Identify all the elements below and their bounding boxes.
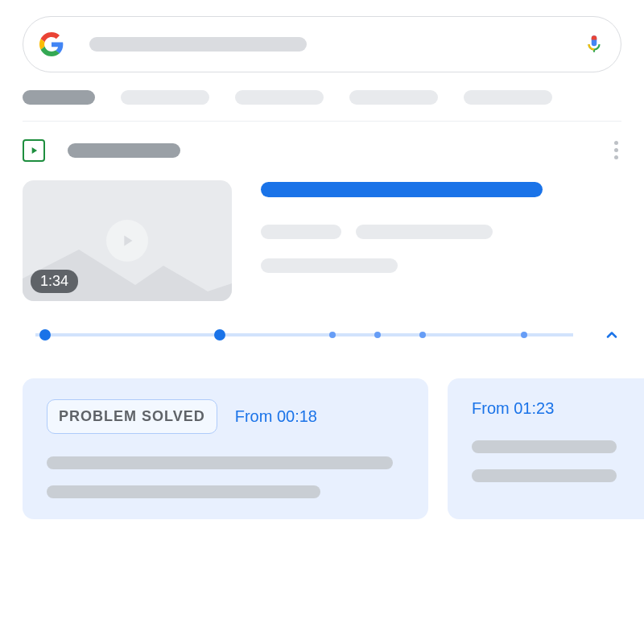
result-more-menu-icon[interactable] — [611, 138, 621, 163]
video-result: 1:34 PROBLEM SOLVEDFrom 00:18From 01:23 — [23, 122, 621, 519]
result-header — [23, 138, 621, 163]
key-moment-card[interactable]: PROBLEM SOLVEDFrom 00:18 — [23, 378, 428, 519]
key-moment-timestamp[interactable]: From 01:23 — [472, 399, 554, 418]
result-text-block — [261, 180, 621, 301]
timeline-marker-major[interactable] — [214, 329, 225, 341]
search-tab[interactable] — [464, 90, 552, 105]
timeline-marker-minor[interactable] — [521, 332, 527, 338]
search-placeholder-skeleton — [89, 37, 307, 52]
key-moment-chip: PROBLEM SOLVED — [47, 399, 217, 434]
search-tab-active[interactable] — [23, 90, 95, 105]
key-moments-cards: PROBLEM SOLVEDFrom 00:18From 01:23 — [23, 378, 644, 519]
result-source-skeleton — [68, 143, 180, 158]
google-logo-icon — [39, 32, 64, 56]
result-desc-skeleton — [261, 258, 398, 273]
key-moment-timestamp[interactable]: From 00:18 — [235, 407, 317, 426]
video-thumbnail[interactable]: 1:34 — [23, 180, 232, 301]
search-bar[interactable] — [23, 16, 621, 72]
key-moments-timeline — [23, 325, 621, 345]
search-tab[interactable] — [235, 90, 324, 105]
key-moment-text-skeleton — [472, 469, 617, 482]
result-meta-skeleton — [261, 225, 341, 239]
search-tab[interactable] — [349, 90, 438, 105]
video-duration-badge: 1:34 — [31, 270, 78, 293]
result-meta-skeleton — [356, 225, 493, 239]
voice-search-icon[interactable] — [584, 34, 605, 55]
search-tabs — [23, 72, 621, 122]
result-title-skeleton[interactable] — [261, 182, 543, 197]
timeline-marker-minor[interactable] — [374, 332, 381, 338]
video-source-icon — [23, 139, 45, 162]
key-moment-text-skeleton — [47, 456, 393, 469]
timeline-marker-minor[interactable] — [419, 332, 426, 338]
timeline-marker-major[interactable] — [39, 329, 51, 341]
key-moment-text-skeleton — [472, 440, 617, 453]
key-moment-text-skeleton — [47, 485, 320, 498]
play-icon[interactable] — [106, 220, 148, 262]
timeline-marker-minor[interactable] — [329, 332, 336, 338]
key-moment-card[interactable]: From 01:23 — [448, 378, 644, 519]
timeline-track[interactable] — [23, 327, 586, 343]
collapse-key-moments-icon[interactable] — [602, 325, 621, 345]
search-tab[interactable] — [121, 90, 209, 105]
